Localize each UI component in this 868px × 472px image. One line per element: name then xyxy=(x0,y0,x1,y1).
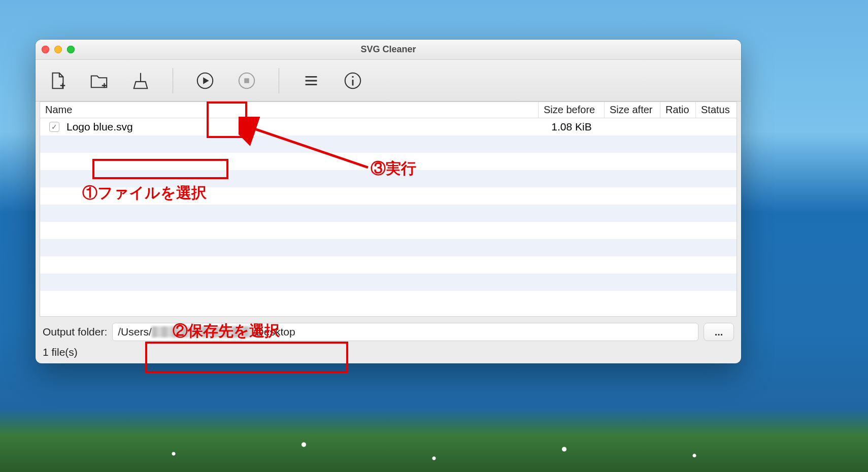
close-window-button[interactable] xyxy=(42,46,49,53)
toolbar-separator xyxy=(173,68,173,93)
file-list: Name Size before Size after Ratio Status… xyxy=(40,102,737,317)
broom-icon xyxy=(131,71,150,90)
size-before-cell: 1.08 KiB xyxy=(539,121,605,133)
column-header-status[interactable]: Status xyxy=(696,102,737,118)
minimize-window-button[interactable] xyxy=(54,46,62,53)
desktop-background-foliage xyxy=(0,381,868,472)
table-row[interactable]: ✓ Logo blue.svg 1.08 KiB xyxy=(40,118,737,136)
output-path-redacted xyxy=(152,326,253,338)
output-folder-input[interactable]: /Users/ /Desktop xyxy=(112,323,698,341)
output-path-suffix: /Desktop xyxy=(253,326,295,338)
toolbar-separator xyxy=(279,68,279,93)
titlebar: SVG Cleaner xyxy=(36,40,741,60)
table-row xyxy=(40,205,737,222)
table-row xyxy=(40,256,737,274)
row-checkbox[interactable]: ✓ xyxy=(49,122,59,132)
table-row xyxy=(40,187,737,205)
svg-point-4 xyxy=(352,76,353,77)
info-icon xyxy=(343,71,362,90)
file-plus-icon xyxy=(48,71,67,90)
play-icon xyxy=(195,71,215,90)
table-row xyxy=(40,222,737,239)
zoom-window-button[interactable] xyxy=(67,46,75,53)
toolbar xyxy=(36,60,741,102)
stop-button[interactable] xyxy=(234,68,259,93)
table-row xyxy=(40,274,737,291)
table-row xyxy=(40,136,737,153)
window-controls xyxy=(42,46,75,53)
menu-button[interactable] xyxy=(298,68,324,93)
browse-button[interactable]: ... xyxy=(704,323,734,341)
column-header-name[interactable]: Name xyxy=(40,102,539,118)
stop-icon xyxy=(237,71,256,90)
app-window: SVG Cleaner xyxy=(36,40,741,363)
svg-rect-2 xyxy=(244,78,249,83)
output-folder-label: Output folder: xyxy=(43,326,107,338)
table-row xyxy=(40,153,737,170)
file-list-header: Name Size before Size after Ratio Status xyxy=(40,102,737,118)
table-row xyxy=(40,239,737,256)
output-path-prefix: /Users/ xyxy=(118,326,152,338)
folder-plus-icon xyxy=(89,71,109,90)
status-bar: 1 file(s) xyxy=(36,344,741,363)
column-header-size-after[interactable]: Size after xyxy=(605,102,660,118)
column-header-size-before[interactable]: Size before xyxy=(539,102,605,118)
add-file-button[interactable] xyxy=(45,68,70,93)
window-title: SVG Cleaner xyxy=(36,44,741,55)
menu-icon xyxy=(302,71,321,90)
run-button[interactable] xyxy=(192,68,218,93)
file-name: Logo blue.svg xyxy=(66,121,133,133)
file-list-rows: ✓ Logo blue.svg 1.08 KiB xyxy=(40,118,737,316)
output-folder-row: Output folder: /Users/ /Desktop ... xyxy=(36,317,741,344)
info-button[interactable] xyxy=(340,68,365,93)
column-header-ratio[interactable]: Ratio xyxy=(660,102,696,118)
table-row xyxy=(40,170,737,187)
add-folder-button[interactable] xyxy=(86,68,112,93)
clean-button[interactable] xyxy=(128,68,153,93)
